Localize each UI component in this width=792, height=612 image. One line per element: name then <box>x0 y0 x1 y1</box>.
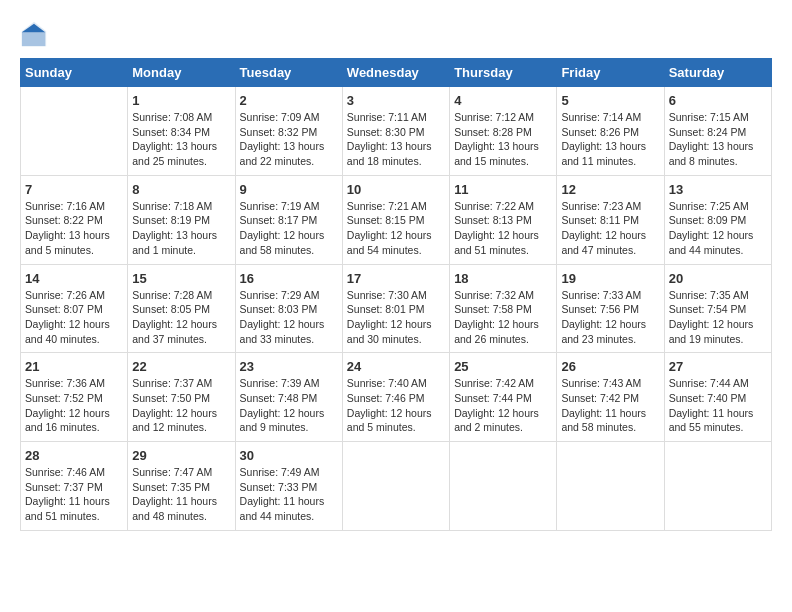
day-info: Sunrise: 7:15 AM Sunset: 8:24 PM Dayligh… <box>669 110 767 169</box>
day-number: 4 <box>454 93 552 108</box>
day-info: Sunrise: 7:08 AM Sunset: 8:34 PM Dayligh… <box>132 110 230 169</box>
week-row-3: 21Sunrise: 7:36 AM Sunset: 7:52 PM Dayli… <box>21 353 772 442</box>
day-number: 7 <box>25 182 123 197</box>
day-number: 18 <box>454 271 552 286</box>
day-number: 23 <box>240 359 338 374</box>
calendar-cell: 9Sunrise: 7:19 AM Sunset: 8:17 PM Daylig… <box>235 175 342 264</box>
day-info: Sunrise: 7:29 AM Sunset: 8:03 PM Dayligh… <box>240 288 338 347</box>
day-info: Sunrise: 7:32 AM Sunset: 7:58 PM Dayligh… <box>454 288 552 347</box>
header-saturday: Saturday <box>664 59 771 87</box>
day-number: 25 <box>454 359 552 374</box>
svg-rect-2 <box>22 32 45 46</box>
calendar-cell: 2Sunrise: 7:09 AM Sunset: 8:32 PM Daylig… <box>235 87 342 176</box>
header-thursday: Thursday <box>450 59 557 87</box>
calendar-table: SundayMondayTuesdayWednesdayThursdayFrid… <box>20 58 772 531</box>
week-row-4: 28Sunrise: 7:46 AM Sunset: 7:37 PM Dayli… <box>21 442 772 531</box>
calendar-cell: 24Sunrise: 7:40 AM Sunset: 7:46 PM Dayli… <box>342 353 449 442</box>
header-friday: Friday <box>557 59 664 87</box>
day-number: 12 <box>561 182 659 197</box>
week-row-2: 14Sunrise: 7:26 AM Sunset: 8:07 PM Dayli… <box>21 264 772 353</box>
day-info: Sunrise: 7:28 AM Sunset: 8:05 PM Dayligh… <box>132 288 230 347</box>
calendar-cell <box>450 442 557 531</box>
day-number: 24 <box>347 359 445 374</box>
calendar-cell: 18Sunrise: 7:32 AM Sunset: 7:58 PM Dayli… <box>450 264 557 353</box>
day-info: Sunrise: 7:49 AM Sunset: 7:33 PM Dayligh… <box>240 465 338 524</box>
day-number: 5 <box>561 93 659 108</box>
day-info: Sunrise: 7:35 AM Sunset: 7:54 PM Dayligh… <box>669 288 767 347</box>
calendar-cell: 11Sunrise: 7:22 AM Sunset: 8:13 PM Dayli… <box>450 175 557 264</box>
day-info: Sunrise: 7:18 AM Sunset: 8:19 PM Dayligh… <box>132 199 230 258</box>
calendar-cell: 25Sunrise: 7:42 AM Sunset: 7:44 PM Dayli… <box>450 353 557 442</box>
logo-icon <box>20 20 48 48</box>
day-number: 3 <box>347 93 445 108</box>
header-row: SundayMondayTuesdayWednesdayThursdayFrid… <box>21 59 772 87</box>
day-info: Sunrise: 7:46 AM Sunset: 7:37 PM Dayligh… <box>25 465 123 524</box>
calendar-cell: 27Sunrise: 7:44 AM Sunset: 7:40 PM Dayli… <box>664 353 771 442</box>
calendar-cell: 8Sunrise: 7:18 AM Sunset: 8:19 PM Daylig… <box>128 175 235 264</box>
day-info: Sunrise: 7:25 AM Sunset: 8:09 PM Dayligh… <box>669 199 767 258</box>
day-number: 30 <box>240 448 338 463</box>
calendar-cell: 17Sunrise: 7:30 AM Sunset: 8:01 PM Dayli… <box>342 264 449 353</box>
day-number: 14 <box>25 271 123 286</box>
header-wednesday: Wednesday <box>342 59 449 87</box>
calendar-cell <box>21 87 128 176</box>
calendar-cell: 22Sunrise: 7:37 AM Sunset: 7:50 PM Dayli… <box>128 353 235 442</box>
day-info: Sunrise: 7:39 AM Sunset: 7:48 PM Dayligh… <box>240 376 338 435</box>
day-info: Sunrise: 7:21 AM Sunset: 8:15 PM Dayligh… <box>347 199 445 258</box>
calendar-header: SundayMondayTuesdayWednesdayThursdayFrid… <box>21 59 772 87</box>
day-number: 16 <box>240 271 338 286</box>
day-number: 1 <box>132 93 230 108</box>
page-header <box>20 20 772 48</box>
header-sunday: Sunday <box>21 59 128 87</box>
day-number: 13 <box>669 182 767 197</box>
day-number: 9 <box>240 182 338 197</box>
day-info: Sunrise: 7:11 AM Sunset: 8:30 PM Dayligh… <box>347 110 445 169</box>
calendar-cell: 21Sunrise: 7:36 AM Sunset: 7:52 PM Dayli… <box>21 353 128 442</box>
logo <box>20 20 52 48</box>
header-tuesday: Tuesday <box>235 59 342 87</box>
calendar-cell: 12Sunrise: 7:23 AM Sunset: 8:11 PM Dayli… <box>557 175 664 264</box>
day-info: Sunrise: 7:37 AM Sunset: 7:50 PM Dayligh… <box>132 376 230 435</box>
calendar-cell: 1Sunrise: 7:08 AM Sunset: 8:34 PM Daylig… <box>128 87 235 176</box>
day-info: Sunrise: 7:42 AM Sunset: 7:44 PM Dayligh… <box>454 376 552 435</box>
day-info: Sunrise: 7:14 AM Sunset: 8:26 PM Dayligh… <box>561 110 659 169</box>
calendar-cell: 3Sunrise: 7:11 AM Sunset: 8:30 PM Daylig… <box>342 87 449 176</box>
day-info: Sunrise: 7:16 AM Sunset: 8:22 PM Dayligh… <box>25 199 123 258</box>
calendar-cell <box>664 442 771 531</box>
calendar-cell: 15Sunrise: 7:28 AM Sunset: 8:05 PM Dayli… <box>128 264 235 353</box>
day-number: 15 <box>132 271 230 286</box>
calendar-cell: 14Sunrise: 7:26 AM Sunset: 8:07 PM Dayli… <box>21 264 128 353</box>
day-info: Sunrise: 7:30 AM Sunset: 8:01 PM Dayligh… <box>347 288 445 347</box>
calendar-cell: 7Sunrise: 7:16 AM Sunset: 8:22 PM Daylig… <box>21 175 128 264</box>
day-info: Sunrise: 7:47 AM Sunset: 7:35 PM Dayligh… <box>132 465 230 524</box>
day-info: Sunrise: 7:40 AM Sunset: 7:46 PM Dayligh… <box>347 376 445 435</box>
calendar-cell <box>557 442 664 531</box>
calendar-cell: 5Sunrise: 7:14 AM Sunset: 8:26 PM Daylig… <box>557 87 664 176</box>
day-info: Sunrise: 7:26 AM Sunset: 8:07 PM Dayligh… <box>25 288 123 347</box>
calendar-cell: 16Sunrise: 7:29 AM Sunset: 8:03 PM Dayli… <box>235 264 342 353</box>
day-number: 11 <box>454 182 552 197</box>
calendar-cell: 23Sunrise: 7:39 AM Sunset: 7:48 PM Dayli… <box>235 353 342 442</box>
calendar-cell: 10Sunrise: 7:21 AM Sunset: 8:15 PM Dayli… <box>342 175 449 264</box>
calendar-body: 1Sunrise: 7:08 AM Sunset: 8:34 PM Daylig… <box>21 87 772 531</box>
day-info: Sunrise: 7:36 AM Sunset: 7:52 PM Dayligh… <box>25 376 123 435</box>
calendar-cell <box>342 442 449 531</box>
calendar-cell: 13Sunrise: 7:25 AM Sunset: 8:09 PM Dayli… <box>664 175 771 264</box>
day-info: Sunrise: 7:23 AM Sunset: 8:11 PM Dayligh… <box>561 199 659 258</box>
calendar-cell: 26Sunrise: 7:43 AM Sunset: 7:42 PM Dayli… <box>557 353 664 442</box>
day-number: 10 <box>347 182 445 197</box>
calendar-cell: 20Sunrise: 7:35 AM Sunset: 7:54 PM Dayli… <box>664 264 771 353</box>
day-number: 6 <box>669 93 767 108</box>
calendar-cell: 29Sunrise: 7:47 AM Sunset: 7:35 PM Dayli… <box>128 442 235 531</box>
week-row-1: 7Sunrise: 7:16 AM Sunset: 8:22 PM Daylig… <box>21 175 772 264</box>
day-number: 22 <box>132 359 230 374</box>
day-info: Sunrise: 7:19 AM Sunset: 8:17 PM Dayligh… <box>240 199 338 258</box>
day-number: 19 <box>561 271 659 286</box>
day-info: Sunrise: 7:33 AM Sunset: 7:56 PM Dayligh… <box>561 288 659 347</box>
week-row-0: 1Sunrise: 7:08 AM Sunset: 8:34 PM Daylig… <box>21 87 772 176</box>
day-number: 29 <box>132 448 230 463</box>
calendar-cell: 6Sunrise: 7:15 AM Sunset: 8:24 PM Daylig… <box>664 87 771 176</box>
day-info: Sunrise: 7:22 AM Sunset: 8:13 PM Dayligh… <box>454 199 552 258</box>
day-info: Sunrise: 7:44 AM Sunset: 7:40 PM Dayligh… <box>669 376 767 435</box>
calendar-cell: 30Sunrise: 7:49 AM Sunset: 7:33 PM Dayli… <box>235 442 342 531</box>
